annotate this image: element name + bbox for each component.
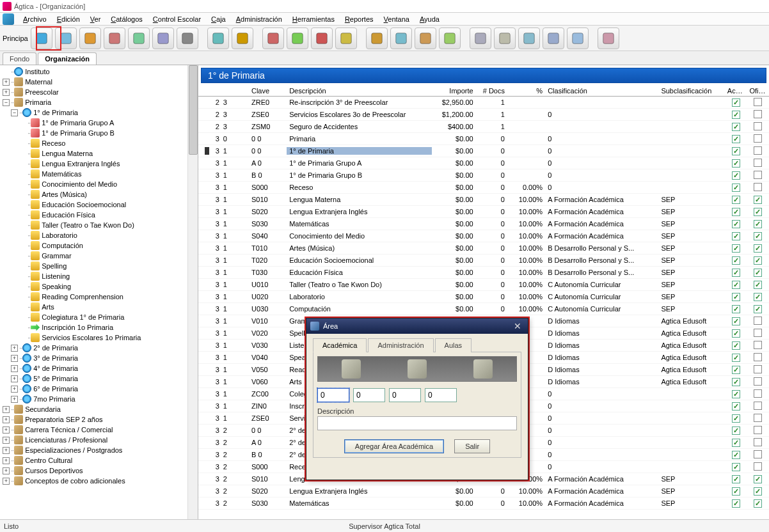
tree-item[interactable]: ··Conocimiento del Medio <box>0 179 198 189</box>
tree-item[interactable]: ··Spelling <box>0 261 198 271</box>
oficial-checkbox[interactable] <box>754 402 762 410</box>
tree-expander[interactable]: + <box>11 345 18 352</box>
tree-expander[interactable]: + <box>3 478 10 485</box>
oficial-checkbox[interactable] <box>754 220 762 228</box>
oficial-checkbox[interactable] <box>754 171 762 179</box>
tree-item[interactable]: ··Educación Física <box>0 210 198 220</box>
tree-item[interactable]: −··1° de Primaria <box>0 107 198 118</box>
tree-expander[interactable]: + <box>3 426 10 434</box>
table-row[interactable]: 31S000Receso$0.0000.00%0 <box>198 182 769 194</box>
tree-item[interactable]: +··Conceptos de cobro adicionales <box>0 476 198 486</box>
menu-ayuda[interactable]: Ayuda <box>415 14 445 24</box>
oficial-checkbox[interactable] <box>754 134 762 143</box>
tree-expander[interactable]: + <box>3 447 10 454</box>
code-input-1[interactable] <box>317 388 349 402</box>
tree-expander[interactable]: − <box>3 99 10 106</box>
tree-expander[interactable]: + <box>3 467 10 474</box>
tree-expander[interactable]: + <box>11 375 18 382</box>
tree-item[interactable]: −··Primaria <box>0 97 198 107</box>
activ-checkbox[interactable] <box>732 281 740 289</box>
col-docs[interactable]: # Docs <box>476 86 507 95</box>
toolbar-button-10[interactable] <box>287 27 308 49</box>
oficial-checkbox[interactable] <box>754 341 762 349</box>
scroll-thumb[interactable] <box>189 65 198 155</box>
oficial-checkbox[interactable] <box>754 159 762 167</box>
menu-reportes[interactable]: Reportes <box>340 14 379 24</box>
toolbar-button-5[interactable] <box>152 27 174 49</box>
oficial-checkbox[interactable] <box>754 377 762 386</box>
tree-item[interactable]: ··Lengua Materna <box>0 148 198 159</box>
tab-administracion[interactable]: Administración <box>368 338 433 352</box>
col-clave[interactable]: Clave <box>249 86 287 95</box>
table-row[interactable]: 23ZRE0Re-inscripción 3° de Preescolar$2,… <box>198 97 769 109</box>
oficial-checkbox[interactable] <box>754 353 762 361</box>
oficial-checkbox[interactable] <box>754 329 762 337</box>
activ-checkbox[interactable] <box>732 329 740 338</box>
toolbar-button-14[interactable] <box>390 27 412 49</box>
tree-item[interactable]: ··Inscripción 1o Primaria <box>0 322 198 332</box>
toolbar-button-3[interactable] <box>104 27 125 49</box>
tree-item[interactable]: +··Secundaria <box>0 404 198 414</box>
activ-checkbox[interactable] <box>732 451 740 459</box>
tree-expander[interactable]: + <box>3 416 10 423</box>
tree-expander[interactable]: + <box>11 355 18 362</box>
activ-checkbox[interactable] <box>732 475 740 483</box>
tree-expander[interactable]: + <box>3 457 10 464</box>
tree-item[interactable]: ··Laboratorio <box>0 230 198 240</box>
activ-checkbox[interactable] <box>732 208 740 216</box>
activ-checkbox[interactable] <box>732 98 740 107</box>
tree-expander[interactable]: + <box>3 79 10 86</box>
table-row[interactable]: 32S020Lengua Extranjera Inglés$0.00010.0… <box>198 485 769 497</box>
oficial-checkbox[interactable] <box>754 438 762 446</box>
tree-item[interactable]: +··7mo Primaria <box>0 394 198 404</box>
table-row[interactable]: 31T030Educación Física$0.00010.00%B Desa… <box>198 267 769 279</box>
oficial-checkbox[interactable] <box>754 232 762 240</box>
oficial-checkbox[interactable] <box>754 293 762 301</box>
tree-item[interactable]: ··Colegiatura 1° de Primaria <box>0 312 198 322</box>
activ-checkbox[interactable] <box>732 354 740 362</box>
toolbar-button-19[interactable] <box>518 27 540 49</box>
tree-item[interactable]: +··3° de Primaria <box>0 353 198 363</box>
activ-checkbox[interactable] <box>732 378 740 386</box>
activ-checkbox[interactable] <box>732 366 740 374</box>
tree-item[interactable]: +··Especializaciones / Postgrados <box>0 445 198 455</box>
table-row[interactable]: 310 01° de Primaria$0.0000 <box>198 145 769 157</box>
tree-item[interactable]: +··Licenciaturas / Profesional <box>0 435 198 445</box>
tree-expander[interactable]: + <box>3 437 10 444</box>
toolbar-button-12[interactable] <box>335 27 357 49</box>
activ-checkbox[interactable] <box>732 256 740 265</box>
tree[interactable]: ··Instituto+··Maternal+··Preescolar−··Pr… <box>0 65 198 487</box>
menu-caja[interactable]: Caja <box>206 14 231 24</box>
activ-checkbox[interactable] <box>732 390 740 398</box>
tree-item[interactable]: +··5° de Primaria <box>0 373 198 384</box>
activ-checkbox[interactable] <box>732 317 740 325</box>
table-row[interactable]: 23ZSM0Seguro de Accidentes$400.001 <box>198 121 769 133</box>
col-percent[interactable]: % <box>507 86 545 95</box>
activ-checkbox[interactable] <box>732 305 740 313</box>
tree-item[interactable]: ··Receso <box>0 138 198 148</box>
menu-administración[interactable]: Administración <box>231 14 287 24</box>
activ-checkbox[interactable] <box>732 293 740 301</box>
tree-item[interactable]: ··Reading Comprenhension <box>0 292 198 302</box>
table-row[interactable]: 23ZSE0Servicios Escolares 3o de Preescol… <box>198 109 769 121</box>
oficial-checkbox[interactable] <box>754 256 762 265</box>
toolbar-button-4[interactable] <box>128 27 150 49</box>
toolbar-button-2[interactable] <box>79 27 101 49</box>
oficial-checkbox[interactable] <box>754 462 762 471</box>
add-area-button[interactable]: Agregar Área Académica <box>344 439 444 453</box>
table-row[interactable]: 31S040Conocimiento del Medio$0.00010.00%… <box>198 230 769 242</box>
tree-item[interactable]: ··Servicios Escolares 1o Primaria <box>0 332 198 343</box>
table-row[interactable]: 31U030Computación$0.00010.00%C Autonomía… <box>198 303 769 315</box>
tree-expander[interactable]: + <box>11 386 18 393</box>
toolbar-button-8[interactable] <box>232 27 253 49</box>
desc-input[interactable] <box>317 416 517 430</box>
toolbar-button-21[interactable] <box>567 27 589 49</box>
activ-checkbox[interactable] <box>732 232 740 240</box>
exit-button[interactable]: Salir <box>454 439 490 453</box>
activ-checkbox[interactable] <box>732 111 740 119</box>
tree-item[interactable]: ··Lengua Extranjera Inglés <box>0 159 198 169</box>
toolbar-button-16[interactable] <box>439 27 461 49</box>
menu-herramientas[interactable]: Herramientas <box>287 14 340 24</box>
tree-item[interactable]: ··Instituto <box>0 66 198 77</box>
oficial-checkbox[interactable] <box>754 426 762 434</box>
